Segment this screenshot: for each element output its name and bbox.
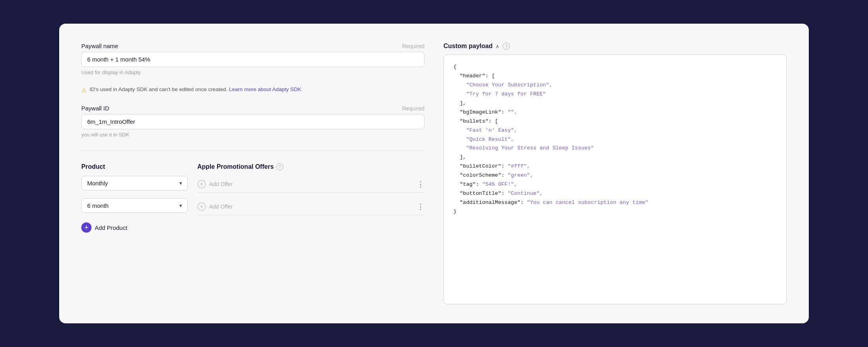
warning-box: ⚠ ID's used in Adapty SDK and can't be e…	[81, 85, 425, 95]
offers-title-row: Apple Promotional Offers ?	[197, 163, 425, 170]
product-1-row: Monthly ▼ + Add Offer ⋮	[81, 176, 425, 193]
offers-col-1: + Add Offer ⋮	[197, 176, 425, 193]
json-line: "bulletColor": "#fff",	[453, 162, 777, 171]
offers-col-2: + Add Offer ⋮	[197, 198, 425, 215]
json-line: {	[453, 63, 777, 72]
json-line: "Resolving Your Stress and Sleep Issues"	[453, 144, 777, 153]
json-line: "colorScheme": "green",	[453, 171, 777, 180]
product-2-select-wrapper: 6 month ▼	[81, 198, 188, 213]
paywall-name-input[interactable]	[81, 52, 425, 67]
offer-add-label-2: Add Offer	[209, 203, 233, 210]
product-2-select[interactable]: 6 month	[81, 198, 188, 213]
payload-help-icon[interactable]: ?	[503, 43, 510, 50]
json-line: "buttonTitle": "Continue",	[453, 189, 777, 198]
paywall-name-group: Paywall name Required Used for display i…	[81, 43, 425, 75]
paywall-name-label: Paywall name	[81, 43, 118, 49]
product-2-row: 6 month ▼ + Add Offer ⋮	[81, 198, 425, 215]
chevron-up-icon[interactable]: ∧	[496, 43, 499, 49]
products-header-row: Product Apple Promotional Offers ?	[81, 163, 425, 170]
offer-add-icon-1: +	[197, 180, 206, 188]
offers-help-icon[interactable]: ?	[276, 163, 283, 170]
paywall-id-required: Required	[402, 105, 425, 112]
json-line: ],	[453, 153, 777, 162]
custom-payload-header: Custom payload ∧ ?	[443, 43, 787, 50]
offer-menu-2[interactable]: ⋮	[417, 202, 425, 211]
add-product-label: Add Product	[95, 224, 127, 231]
json-line: }	[453, 207, 777, 216]
offer-menu-1[interactable]: ⋮	[417, 180, 425, 188]
json-line: "Quick Result",	[453, 135, 777, 144]
paywall-id-group: Paywall ID Required you will use it in S…	[81, 105, 425, 138]
warning-link[interactable]: Learn more about Adapty SDK	[229, 86, 301, 92]
add-product-button[interactable]: + Add Product	[81, 222, 127, 233]
json-line: "header": [	[453, 72, 777, 81]
paywall-id-input[interactable]	[81, 114, 425, 129]
paywall-name-hint: Used for display in Adapty	[81, 69, 425, 75]
right-panel: Custom payload ∧ ? { "header": [ "Choose…	[443, 43, 787, 304]
json-line: "tag": "54% OFF!",	[453, 180, 777, 189]
warning-icon: ⚠	[81, 87, 86, 94]
paywall-name-required: Required	[402, 43, 425, 49]
main-card: Paywall name Required Used for display i…	[59, 24, 809, 323]
warning-text: ID's used in Adapty SDK and can't be edi…	[90, 86, 301, 92]
product-1-select[interactable]: Monthly	[81, 176, 188, 190]
json-line: "bullets": [	[453, 117, 777, 126]
product-1-select-wrapper: Monthly ▼	[81, 176, 188, 190]
json-line: "Choose Your Subscription",	[453, 81, 777, 90]
json-line: "bgImageLink": "",	[453, 108, 777, 117]
json-line: ],	[453, 99, 777, 108]
left-panel: Paywall name Required Used for display i…	[81, 43, 425, 304]
paywall-id-hint: you will use it in SDK	[81, 132, 425, 138]
add-product-icon: +	[81, 222, 92, 233]
json-line: "Fast 'n' Easy",	[453, 126, 777, 135]
offer-add-1[interactable]: + Add Offer	[197, 180, 233, 188]
product-section-title: Product	[81, 163, 188, 170]
custom-payload-title: Custom payload	[443, 43, 492, 50]
paywall-id-label: Paywall ID	[81, 105, 109, 112]
json-line: "additionalMessage": "You can cancel sub…	[453, 198, 777, 207]
offer-add-icon-2: +	[197, 202, 206, 211]
products-section: Product Apple Promotional Offers ? Month…	[81, 163, 425, 233]
offer-row-2: + Add Offer ⋮	[197, 198, 425, 215]
json-editor[interactable]: { "header": [ "Choose Your Subscription"…	[443, 54, 787, 304]
divider	[81, 150, 425, 151]
json-line: "Try for 7 days for FREE"	[453, 90, 777, 99]
offer-row-1: + Add Offer ⋮	[197, 176, 425, 193]
offer-add-2[interactable]: + Add Offer	[197, 202, 233, 211]
offers-title: Apple Promotional Offers	[197, 163, 274, 170]
offer-add-label-1: Add Offer	[209, 181, 233, 187]
